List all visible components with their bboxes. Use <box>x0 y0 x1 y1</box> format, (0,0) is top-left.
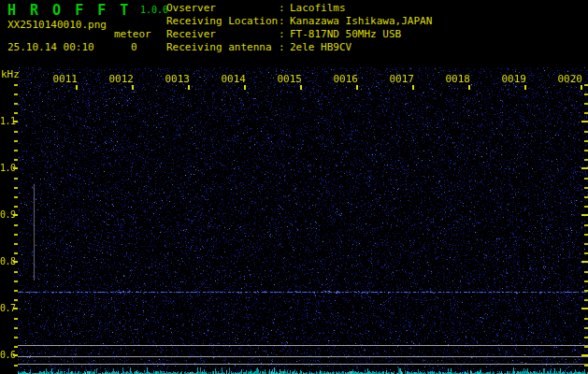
freq-major-tick-right <box>581 308 588 309</box>
freq-minor-tick-left <box>14 346 18 348</box>
time-tick <box>581 85 582 90</box>
freq-minor-tick-right <box>584 178 588 180</box>
freq-minor-tick-right <box>584 103 588 105</box>
capture-filename: XX2510140010.png <box>7 19 107 31</box>
freq-minor-tick-right <box>584 84 588 86</box>
freq-minor-tick-right <box>584 271 588 273</box>
freq-major-tick-right <box>581 167 588 169</box>
freq-minor-tick-left <box>14 84 18 86</box>
freq-minor-tick-right <box>584 150 588 151</box>
freq-minor-tick-left <box>14 140 18 142</box>
freq-minor-tick-left <box>14 206 18 208</box>
info-row: Receiving Location:Kanazawa Ishikawa,JAP… <box>166 15 432 28</box>
freq-minor-tick-right <box>584 280 588 282</box>
freq-label: 1.1 <box>0 116 13 126</box>
time-tick <box>468 85 470 90</box>
hrofft-window: H R O F F T 1.0.0 XX2510140010.png meteo… <box>0 0 588 374</box>
time-label: 0013 <box>164 73 190 85</box>
time-label: 0018 <box>444 73 470 85</box>
freq-minor-tick-left <box>14 271 18 273</box>
info-row: Ovserver:Lacofilms <box>166 2 432 15</box>
info-row-label: Ovserver <box>166 2 279 15</box>
freq-minor-tick-right <box>584 327 588 329</box>
freq-minor-tick-left <box>14 337 18 338</box>
horizontal-grid-line <box>18 356 588 357</box>
freq-label: 0.7 <box>0 303 13 313</box>
freq-minor-tick-left <box>14 103 18 105</box>
freq-major-tick-right <box>581 261 588 263</box>
freq-minor-tick-left <box>14 196 18 198</box>
info-row-value: 2ele HB9CV <box>290 41 351 54</box>
time-tick <box>76 85 78 90</box>
freq-minor-tick-right <box>584 131 588 133</box>
freq-minor-tick-left <box>14 280 18 282</box>
freq-minor-tick-right <box>584 187 588 189</box>
time-label: 0015 <box>276 73 302 85</box>
freq-label: 0.9 <box>0 209 13 220</box>
time-tick <box>244 85 246 90</box>
freq-minor-tick-left <box>14 159 18 161</box>
info-row: Receiving antenna:2ele HB9CV <box>166 41 432 54</box>
freq-minor-tick-left <box>14 299 18 301</box>
freq-minor-tick-left <box>14 365 18 367</box>
time-label: 0011 <box>51 73 78 85</box>
time-tick <box>132 85 134 90</box>
freq-unit-label: kHz <box>1 68 20 80</box>
freq-minor-tick-left <box>14 234 18 236</box>
station-info-panel: Ovserver:LacofilmsReceiving Location:Kan… <box>166 2 432 54</box>
freq-minor-tick-left <box>14 243 18 245</box>
freq-minor-tick-left <box>14 187 18 189</box>
app-title: H R O F F T <box>7 2 131 19</box>
time-label: 0019 <box>500 73 526 85</box>
info-row-value: Lacofilms <box>290 2 346 15</box>
info-row-value: FT-817ND 50MHz USB <box>290 28 401 41</box>
info-row: Receiver:FT-817ND 50MHz USB <box>166 28 432 41</box>
freq-minor-tick-right <box>584 206 588 208</box>
info-row-separator: : <box>279 15 290 28</box>
freq-minor-tick-right <box>584 224 588 226</box>
freq-minor-tick-left <box>14 252 18 254</box>
freq-minor-tick-right <box>584 299 588 301</box>
freq-minor-tick-left <box>14 131 18 133</box>
vertical-marker-line <box>34 184 35 280</box>
capture-timestamp: 25.10.14 00:10 <box>7 41 94 53</box>
time-label: 0014 <box>220 73 246 85</box>
info-row-separator: : <box>279 28 290 41</box>
freq-minor-tick-right <box>584 337 588 338</box>
freq-minor-tick-left <box>14 112 18 114</box>
freq-minor-tick-right <box>584 140 588 142</box>
freq-minor-tick-right <box>584 112 588 114</box>
freq-minor-tick-right <box>584 318 588 320</box>
horizontal-grid-line <box>18 345 588 346</box>
meteor-count-value: 0 <box>131 41 137 53</box>
freq-minor-tick-left <box>14 318 18 320</box>
spectrogram-plot: kHz 001100120013001400150016001700180019… <box>0 62 588 374</box>
freq-major-tick-left <box>13 261 18 263</box>
freq-minor-tick-right <box>584 243 588 245</box>
info-row-value: Kanazawa Ishikawa,JAPAN <box>290 15 432 28</box>
freq-label: 0.8 <box>0 256 13 266</box>
freq-minor-tick-right <box>584 365 588 367</box>
time-tick <box>524 85 526 90</box>
freq-minor-tick-right <box>584 94 588 95</box>
app-version: 1.0.0 <box>140 5 168 15</box>
time-tick <box>356 85 358 90</box>
freq-minor-tick-left <box>14 290 18 292</box>
meteor-count-label: meteor <box>114 28 151 40</box>
freq-minor-tick-right <box>584 346 588 348</box>
freq-label: 1.0 <box>0 163 13 173</box>
info-row-separator: : <box>279 2 290 15</box>
time-tick <box>300 85 302 90</box>
time-label: 0016 <box>332 73 358 85</box>
info-row-label: Receiving Location <box>166 15 279 28</box>
freq-minor-tick-left <box>14 178 18 180</box>
time-tick <box>188 85 190 90</box>
freq-minor-tick-right <box>584 196 588 198</box>
info-row-separator: : <box>279 41 290 54</box>
freq-minor-tick-right <box>584 252 588 254</box>
freq-minor-tick-right <box>584 159 588 161</box>
info-row-label: Receiver <box>166 28 279 41</box>
carrier-signal-line <box>18 292 588 293</box>
freq-major-tick-left <box>13 214 18 216</box>
time-label: 0012 <box>108 73 134 85</box>
